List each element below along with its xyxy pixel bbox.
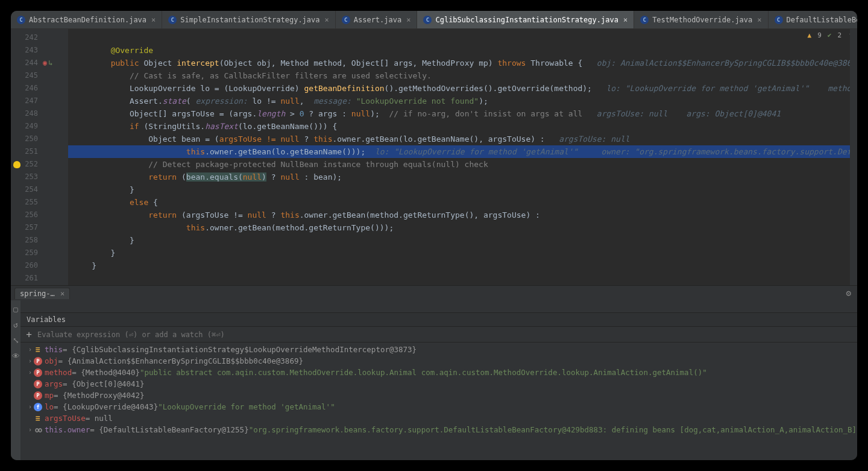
- debugger-tab[interactable]: spring-… ×: [14, 288, 70, 299]
- variable-row[interactable]: ›Pmethod = {Method@4040} "public abstrac…: [20, 367, 857, 378]
- close-icon[interactable]: ×: [757, 16, 761, 24]
- java-file-icon: C: [640, 16, 649, 24]
- java-file-icon: C: [775, 16, 783, 24]
- close-icon[interactable]: ×: [623, 16, 627, 24]
- ok-count: 2: [837, 31, 841, 39]
- warning-icon: ▲: [808, 31, 812, 39]
- variable-row[interactable]: Pargs = {Object[0]@4041}: [20, 378, 857, 390]
- gutter: 242243244◉↳24524624724824925025125225325…: [11, 29, 68, 285]
- tab-assert[interactable]: C Assert.java ×: [336, 11, 418, 28]
- tab-defaultlistablebeanfactory[interactable]: C DefaultListableBeanFactory.java ×: [769, 11, 857, 28]
- code-editor[interactable]: 242243244◉↳24524624724824925025125225325…: [11, 29, 857, 285]
- tab-abstractbeandefinition[interactable]: C AbstractBeanDefinition.java ×: [11, 11, 162, 28]
- close-icon[interactable]: ×: [325, 16, 329, 24]
- java-file-icon: C: [423, 16, 432, 24]
- ide-window: C AbstractBeanDefinition.java × C Simple…: [11, 11, 857, 460]
- java-file-icon: C: [168, 16, 177, 24]
- variable-row[interactable]: ›flo = {LookupOverride@4043} "LookupOver…: [20, 401, 857, 413]
- collapse-icon[interactable]: ⤡: [11, 335, 20, 345]
- variable-row[interactable]: ›oothis.owner = {DefaultListableBeanFact…: [20, 424, 857, 435]
- tab-cglibsubclassing[interactable]: C CglibSubclassingInstantiationStrategy.…: [417, 11, 634, 28]
- tab-label: AbstractBeanDefinition.java: [29, 16, 146, 24]
- layout-icon[interactable]: ▢: [11, 304, 20, 314]
- variables-tree[interactable]: ›≡this = {CglibSubclassingInstantiationS…: [20, 343, 857, 460]
- tab-testmethodoverride[interactable]: C TestMethodOverride.java ×: [634, 11, 768, 28]
- code-area[interactable]: @Override public Object intercept(Object…: [68, 29, 857, 285]
- editor-tabbar: C AbstractBeanDefinition.java × C Simple…: [11, 11, 857, 29]
- java-file-icon: C: [17, 16, 25, 24]
- tab-label: CglibSubclassingInstantiationStrategy.ja…: [435, 16, 618, 24]
- variables-header: Variables: [20, 312, 857, 327]
- restore-icon[interactable]: ↺: [11, 320, 20, 329]
- variable-row[interactable]: ≡argsToUse = null: [20, 413, 857, 424]
- tab-label: TestMethodOverride.java: [652, 16, 752, 24]
- tab-simpleinstantiationstrategy[interactable]: C SimpleInstantiationStrategy.java ×: [162, 11, 335, 28]
- watch-icon[interactable]: 👁: [11, 351, 20, 361]
- debugger-tabbar: spring-… × ⚙: [11, 286, 857, 300]
- debugger-tab-label: spring-…: [20, 289, 55, 298]
- variable-row[interactable]: ›Pobj = {AnimalAction$$EnhancerBySpringC…: [20, 355, 857, 367]
- debugger-toolbar: ▢ ↺ ⤡ 👁: [11, 300, 20, 460]
- close-icon[interactable]: ×: [60, 289, 64, 298]
- evaluate-input[interactable]: [37, 330, 857, 339]
- tab-label: SimpleInstantiationStrategy.java: [180, 16, 319, 24]
- add-watch-button[interactable]: +: [20, 329, 37, 340]
- variable-row[interactable]: ›≡this = {CglibSubclassingInstantiationS…: [20, 344, 857, 355]
- gear-icon[interactable]: ⚙: [846, 288, 851, 298]
- variable-row[interactable]: Pmp = {MethodProxy@4042}: [20, 390, 857, 401]
- scrollbar[interactable]: [850, 29, 857, 285]
- tab-label: Assert.java: [354, 16, 401, 24]
- warning-count: 9: [817, 31, 822, 39]
- evaluate-row: + Java ▾ +: [20, 327, 857, 343]
- debugger-body: ▢ ↺ ⤡ 👁 Variables + Java ▾ + ›≡this = {C…: [11, 300, 857, 460]
- debugger-panel: spring-… × ⚙ ▢ ↺ ⤡ 👁 Variables + Java ▾ …: [11, 285, 857, 460]
- tab-label: DefaultListableBeanFactory.java: [787, 16, 857, 24]
- close-icon[interactable]: ×: [406, 16, 410, 24]
- check-icon: ✔: [828, 31, 832, 39]
- problems-indicator[interactable]: ▲9 ✔2: [808, 31, 842, 39]
- debugger-main: Variables + Java ▾ + ›≡this = {CglibSubc…: [20, 300, 857, 460]
- close-icon[interactable]: ×: [151, 16, 156, 24]
- java-file-icon: C: [342, 16, 350, 24]
